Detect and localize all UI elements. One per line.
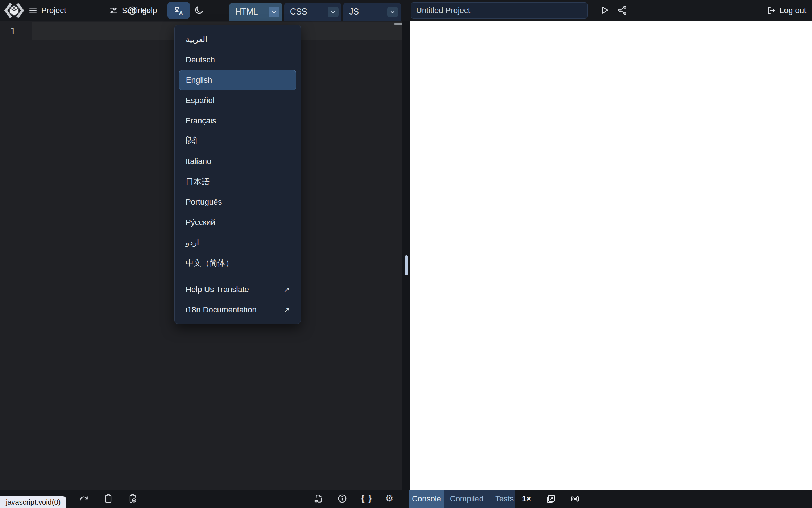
language-item-russian[interactable]: Ру́сский	[179, 212, 296, 233]
preview-zoom-level[interactable]: 1×	[522, 490, 531, 508]
project-menu[interactable]: Project	[28, 0, 66, 21]
editor-settings-button[interactable]: ⚙	[384, 493, 394, 503]
external-link-icon: ↗	[283, 306, 290, 314]
tab-html[interactable]: HTML	[229, 3, 282, 21]
help-us-translate-label: Help Us Translate	[186, 285, 249, 294]
language-item-hindi[interactable]: हिंदी	[179, 131, 296, 151]
paste-remove-button[interactable]	[128, 494, 138, 504]
language-item-arabic[interactable]: العربية	[179, 29, 296, 50]
tab-tests[interactable]: Tests	[489, 494, 519, 504]
tab-css-label: CSS	[290, 7, 307, 17]
help-menu[interactable]: Help	[128, 0, 157, 21]
file-link-button[interactable]	[314, 494, 324, 504]
main-split: 1	[0, 21, 812, 490]
chevron-down-icon	[389, 9, 396, 15]
copy-clipboard-button[interactable]	[103, 494, 113, 504]
i18n-documentation-link[interactable]: i18n Documentation ↗	[179, 300, 296, 320]
format-braces-button[interactable]: { }	[360, 493, 374, 503]
language-item-english[interactable]: English	[179, 70, 296, 90]
project-name-input[interactable]	[411, 2, 588, 19]
split-divider[interactable]	[402, 21, 410, 490]
language-item-deutsch[interactable]: Deutsch	[179, 50, 296, 70]
translate-icon: A	[173, 5, 184, 16]
help-us-translate-link[interactable]: Help Us Translate ↗	[179, 279, 296, 300]
redo-button[interactable]	[79, 494, 89, 504]
js-options-button[interactable]	[387, 7, 398, 17]
app-logo-icon	[3, 2, 25, 19]
language-menu-links: Help Us Translate ↗ i18n Documentation ↗	[175, 277, 301, 320]
logout-label: Log out	[780, 6, 806, 15]
theme-toggle-button[interactable]	[192, 4, 206, 17]
project-menu-label: Project	[41, 6, 66, 15]
preview-pane	[410, 21, 812, 490]
language-item-francais[interactable]: Français	[179, 111, 296, 131]
help-menu-label: Help	[141, 6, 157, 15]
open-in-new-window-icon	[546, 494, 556, 504]
clipboard-icon	[104, 494, 113, 503]
run-button[interactable]	[598, 4, 610, 17]
language-item-espanol[interactable]: Español	[179, 90, 296, 111]
language-dropdown-menu: العربية Deutsch English Español Français…	[174, 25, 301, 324]
language-translate-button[interactable]: A	[167, 2, 190, 19]
sliders-icon	[109, 6, 118, 15]
info-button[interactable]	[337, 494, 347, 504]
editor-scrollbar-thumb[interactable]	[394, 23, 403, 25]
tab-css[interactable]: CSS	[284, 3, 341, 21]
live-reload-button[interactable]	[570, 494, 580, 504]
external-link-icon: ↗	[283, 285, 290, 294]
logout-icon	[767, 6, 776, 15]
logout-button[interactable]: Log out	[767, 0, 806, 21]
help-circle-icon	[128, 6, 137, 15]
bottom-toolbar: { } ⚙ Console Compiled Tests 1× javascri…	[0, 490, 812, 508]
line-number: 1	[10, 26, 16, 37]
tab-js[interactable]: JS	[343, 3, 401, 21]
clipboard-remove-icon	[128, 494, 137, 503]
share-icon	[617, 5, 627, 15]
tab-compiled[interactable]: Compiled	[444, 494, 489, 504]
tab-js-label: JS	[349, 7, 359, 17]
chevron-down-icon	[330, 9, 336, 15]
language-item-portugues[interactable]: Português	[179, 192, 296, 212]
popout-preview-button[interactable]	[546, 494, 556, 504]
language-item-urdu[interactable]: اردو	[179, 233, 296, 253]
language-item-chinese-simplified[interactable]: 中文（简体）	[179, 253, 296, 273]
moon-icon	[194, 5, 204, 15]
info-icon	[337, 494, 347, 503]
tab-html-label: HTML	[235, 7, 258, 17]
redo-icon	[79, 494, 88, 503]
play-icon	[599, 5, 610, 16]
share-button[interactable]	[616, 4, 629, 17]
i18n-documentation-label: i18n Documentation	[186, 305, 257, 315]
svg-text:A: A	[179, 10, 183, 16]
file-link-icon	[314, 494, 323, 503]
status-tooltip: javascript:void(0)	[0, 496, 66, 508]
broadcast-icon	[570, 494, 580, 504]
html-options-button[interactable]	[269, 7, 279, 17]
css-options-button[interactable]	[328, 7, 339, 17]
split-drag-handle[interactable]	[405, 255, 408, 275]
language-item-italiano[interactable]: Italiano	[179, 151, 296, 172]
tab-console[interactable]: Console	[409, 490, 444, 508]
preview-tab-group: Compiled Tests	[444, 490, 515, 508]
language-item-japanese[interactable]: 日本語	[179, 172, 296, 192]
app-window: Project Settings Help A HTML CSS	[0, 0, 812, 508]
hamburger-icon	[28, 6, 38, 15]
chevron-down-icon	[271, 9, 277, 15]
top-toolbar: Project Settings Help A HTML CSS	[0, 0, 812, 21]
